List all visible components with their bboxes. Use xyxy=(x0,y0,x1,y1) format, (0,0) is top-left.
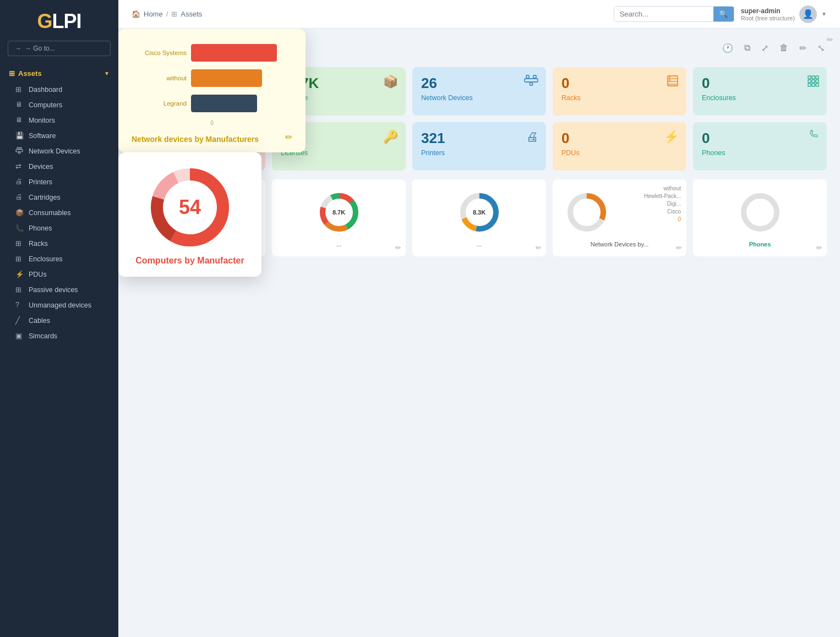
tab-chevron-icon: ▼ xyxy=(158,45,163,51)
stat-card-pdus[interactable]: ⚡ 0 PDUs xyxy=(553,122,686,171)
stat-card-phones[interactable]: 0 Phones xyxy=(693,122,827,171)
nav-item-enclosures[interactable]: ⊞ Enclosures xyxy=(0,251,118,267)
svg-rect-2 xyxy=(20,147,21,149)
nav-item-devices[interactable]: ⇄ Devices xyxy=(0,159,118,174)
nav-item-software[interactable]: 💾 Software xyxy=(0,128,118,144)
svg-point-44 xyxy=(744,196,777,229)
search-input[interactable] xyxy=(614,7,713,21)
nav-item-cables[interactable]: ╱ Cables xyxy=(0,313,118,328)
card-value: 0 xyxy=(702,75,818,92)
add-tab-button[interactable]: + xyxy=(176,40,193,56)
donut-3: 8.3K xyxy=(457,190,501,234)
chart-3: 8.3K ... ✏ xyxy=(412,179,546,256)
cables-icon: ╱ xyxy=(15,316,24,325)
copy-button[interactable]: ⧉ xyxy=(742,41,752,56)
svg-rect-30 xyxy=(248,140,252,141)
parc-tab[interactable]: Parc ▼ xyxy=(132,41,172,56)
nav-item-pdus[interactable]: ⚡ PDUs xyxy=(0,267,118,282)
card-value: 0 xyxy=(281,130,397,147)
stat-card-printers[interactable]: 🖨 321 Printers xyxy=(412,122,546,171)
donut-1: 8.8K xyxy=(177,190,221,234)
edit-button[interactable]: ✏ xyxy=(797,41,809,56)
goto-button[interactable]: → → Go to... xyxy=(8,41,111,56)
share-button[interactable]: ⤢ xyxy=(759,41,771,56)
chart-4-edit[interactable]: ✏ xyxy=(676,244,682,252)
assets-icon-bc: ⊞ xyxy=(171,10,177,18)
svg-rect-1 xyxy=(17,147,19,149)
chart-computers-os: 8.8K Comp... by S... ✏ xyxy=(132,179,265,256)
nav-item-racks[interactable]: ⊞ Racks xyxy=(0,236,118,251)
section-label: Assets xyxy=(18,69,42,78)
delete-button[interactable]: 🗑 xyxy=(777,41,790,56)
nav-item-computers[interactable]: 🖥 Computers xyxy=(0,97,118,113)
nav-item-dashboard[interactable]: ⊞ Dashboard xyxy=(0,82,118,97)
history-button[interactable]: 🕐 xyxy=(720,41,735,56)
stat-card-licenses[interactable]: 🔑 0 Licenses xyxy=(272,122,406,171)
stat-card-enclosures[interactable]: 0 Enclosures xyxy=(693,67,827,116)
svg-rect-31 xyxy=(246,141,254,142)
nav-item-passive[interactable]: ⊞ Passive devices xyxy=(0,282,118,298)
nav-item-cartridges[interactable]: 🖨 Cartridges xyxy=(0,190,118,205)
chart-5-edit[interactable]: ✏ xyxy=(816,244,822,252)
nav-item-monitors[interactable]: 🖥 Monitors xyxy=(0,113,118,128)
stat-card-racks[interactable]: 0 Racks xyxy=(553,67,686,116)
computers-card-edit-icon[interactable]: ✏ xyxy=(827,35,833,44)
stat-card-network[interactable]: 26 Network Devices xyxy=(412,67,546,116)
svg-rect-27 xyxy=(812,84,815,86)
nav-item-phones[interactable]: 📞 Phones xyxy=(0,221,118,236)
assets-icon: ⊞ xyxy=(9,69,15,78)
user-role: Root (tree structure) xyxy=(741,15,795,21)
chart-2-title: ... xyxy=(336,241,341,248)
stat-card-monitors[interactable]: 10.9K Monitors xyxy=(132,122,265,171)
nav-label: Devices xyxy=(29,163,53,171)
donut-2-label: 8.7K xyxy=(332,209,345,216)
stat-card-software[interactable]: 📦 43.7K Software xyxy=(272,67,406,116)
enclosures-icon: ⊞ xyxy=(15,255,24,263)
nav-item-consumables[interactable]: 📦 Consumables xyxy=(0,205,118,221)
computers-card-title: Computers by Manufacter xyxy=(135,256,244,266)
svg-rect-7 xyxy=(525,79,538,82)
nav-label: Dashboard xyxy=(29,86,62,94)
breadcrumb: 🏠 Home / ⊞ Assets xyxy=(132,10,202,18)
nav-item-printers[interactable]: 🖨 Printers xyxy=(0,174,118,190)
goto-arrow-icon: → xyxy=(15,45,21,52)
svg-rect-22 xyxy=(816,76,819,79)
search-button[interactable]: 🔍 xyxy=(713,7,734,21)
nav-item-unmanaged[interactable]: ? Unmanaged devices xyxy=(0,298,118,313)
stat-card-computers[interactable]: 8.8K Computers xyxy=(132,67,265,116)
svg-rect-29 xyxy=(243,131,257,140)
nav-item-network-devices[interactable]: Network Devices xyxy=(0,144,118,159)
chart-3-edit[interactable]: ✏ xyxy=(536,244,542,252)
racks-card-icon xyxy=(667,75,679,90)
computers-icon: 🖥 xyxy=(15,101,24,109)
chart-phones: Phones ✏ xyxy=(693,179,827,256)
nav-label: Passive devices xyxy=(29,286,78,294)
home-link[interactable]: Home xyxy=(144,10,163,18)
svg-rect-25 xyxy=(816,80,819,83)
nav-label: Racks xyxy=(29,240,48,248)
home-icon: 🏠 xyxy=(132,10,140,18)
card-value: 26 xyxy=(421,75,537,92)
phones-card-icon xyxy=(809,130,819,145)
chart-2-edit[interactable]: ✏ xyxy=(395,244,401,252)
assets-link[interactable]: Assets xyxy=(181,10,202,18)
chart-1-edit[interactable]: ✏ xyxy=(255,244,261,252)
nav-item-simcards[interactable]: ▣ Simcards xyxy=(0,328,118,344)
charts-row: 8.8K Comp... by S... ✏ 8.7K ... ✏ xyxy=(132,179,827,256)
card-value: 0 xyxy=(561,130,678,147)
tab-name: Parc xyxy=(140,44,155,52)
card-label: Network Devices xyxy=(421,94,537,102)
chart-3-title: ... xyxy=(477,241,482,248)
assets-section: ⊞ Assets ▼ ⊞ Dashboard 🖥 Computers 🖥 Mon… xyxy=(0,63,118,346)
topbar: 🏠 Home / ⊞ Assets 🔍 super-admin Root (tr… xyxy=(118,0,840,29)
assets-section-header[interactable]: ⊞ Assets ▼ xyxy=(0,65,118,82)
computers-card-icon xyxy=(242,75,258,90)
phones-icon: 📞 xyxy=(15,224,24,233)
printers-icon: 🖨 xyxy=(15,178,24,186)
svg-rect-6 xyxy=(246,86,254,87)
nav-label: Simcards xyxy=(29,332,57,340)
expand-button[interactable]: ⤡ xyxy=(815,41,827,56)
nav-label: Phones xyxy=(29,224,52,232)
racks-icon: ⊞ xyxy=(15,239,24,248)
tab-bar: Parc ▼ + 🕐 ⧉ ⤢ 🗑 ✏ ⤡ xyxy=(132,40,827,56)
